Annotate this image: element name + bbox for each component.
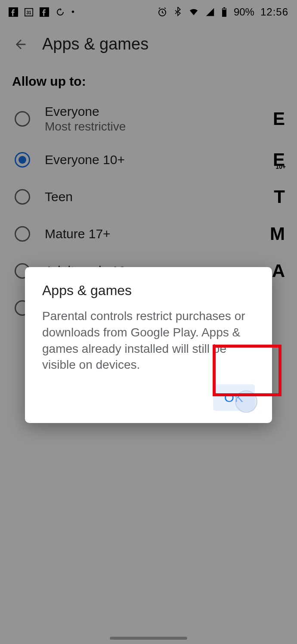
screen: 31 • 90% <box>0 0 297 644</box>
gesture-nav-handle[interactable] <box>110 637 187 640</box>
dialog-title: Apps & games <box>42 283 255 299</box>
annotation-highlight <box>213 345 282 396</box>
